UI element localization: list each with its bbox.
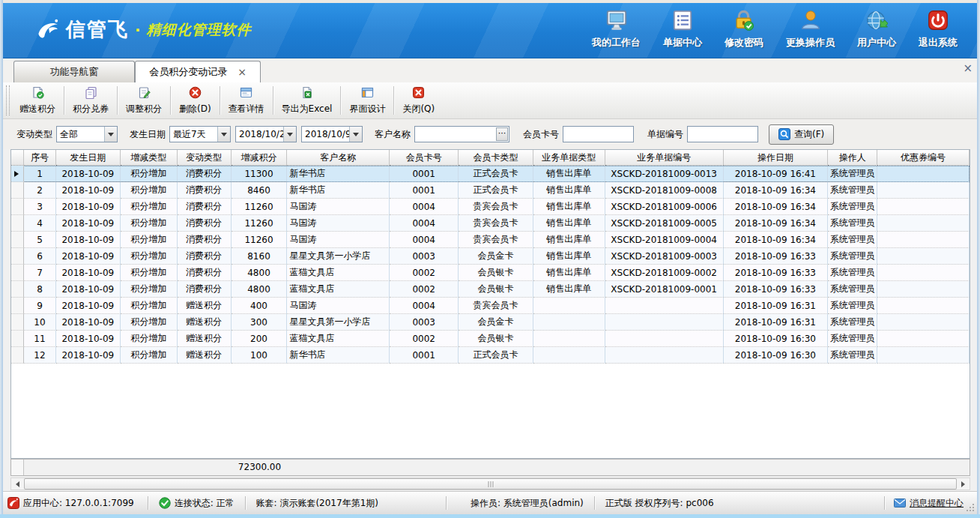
cell[interactable]: 0001	[390, 347, 459, 364]
cell[interactable]: 消费积分	[178, 232, 232, 248]
cell[interactable]: 贵宾会员卡	[459, 199, 533, 215]
cell[interactable]: 马国涛	[287, 215, 390, 232]
chevron-down-icon[interactable]	[349, 127, 362, 142]
toolbar-button-close-red[interactable]: 关闭(Q)	[395, 82, 442, 118]
cell[interactable]: XSCKD-20181009-0005	[605, 215, 724, 232]
customer-input[interactable]	[415, 127, 496, 141]
chevron-down-icon[interactable]	[283, 127, 296, 142]
cell[interactable]: 系统管理员	[828, 265, 877, 281]
cell[interactable]: 销售出库单	[533, 215, 605, 232]
cell[interactable]: 2018-10-09	[56, 199, 121, 215]
cell[interactable]: 会员金卡	[459, 248, 533, 265]
cell[interactable]: 系统管理员	[828, 314, 877, 331]
row-indicator-cell[interactable]	[11, 281, 24, 298]
cell[interactable]: 2018-10-09	[56, 298, 121, 314]
cell[interactable]	[877, 166, 970, 182]
row-indicator-cell[interactable]	[11, 347, 24, 364]
cell[interactable]: 11	[24, 331, 56, 347]
cell[interactable]: 8	[24, 281, 56, 298]
cell[interactable]	[533, 331, 605, 347]
query-button[interactable]: 查询(F)	[769, 124, 834, 145]
cell[interactable]: 系统管理员	[828, 331, 877, 347]
cell[interactable]: 积分增加	[121, 265, 178, 281]
cell[interactable]: 消费积分	[178, 166, 232, 182]
cell[interactable]	[877, 347, 970, 364]
cell[interactable]: 0004	[390, 232, 459, 248]
cell[interactable]: 2018-10-09 16:31	[724, 298, 829, 314]
cell[interactable]: 销售出库单	[533, 199, 605, 215]
cell[interactable]	[877, 248, 970, 265]
cell[interactable]: 11260	[232, 232, 288, 248]
cell[interactable]: 5	[24, 232, 56, 248]
cell[interactable]	[877, 182, 970, 199]
cell[interactable]: 蓝猫文具店	[287, 331, 390, 347]
cell[interactable]: 8460	[232, 182, 288, 199]
cell[interactable]: 消费积分	[178, 265, 232, 281]
cell[interactable]: 4800	[232, 281, 288, 298]
cell[interactable]: 0002	[390, 281, 459, 298]
cell[interactable]	[877, 232, 970, 248]
cell[interactable]: 蓝猫文具店	[287, 265, 390, 281]
cell[interactable]: 销售出库单	[533, 248, 605, 265]
cell[interactable]: 11260	[232, 215, 288, 232]
cell[interactable]: 贵宾会员卡	[459, 232, 533, 248]
cell[interactable]: 消费积分	[178, 215, 232, 232]
cell[interactable]: 星星文具第一小学店	[287, 248, 390, 265]
doc-no-input[interactable]	[687, 126, 758, 142]
cell[interactable]: 积分增加	[121, 199, 178, 215]
date-from-picker[interactable]: 2018/10/2	[235, 126, 297, 142]
cell[interactable]: 0004	[390, 215, 459, 232]
cell[interactable]: 300	[232, 314, 288, 331]
banner-nav-document-center[interactable]: 单据中心	[663, 9, 702, 49]
cell[interactable]: 2018-10-09 16:30	[724, 331, 829, 347]
cell[interactable]: 6	[24, 248, 56, 265]
cell[interactable]: 11260	[232, 199, 288, 215]
cell[interactable]: 马国涛	[287, 232, 390, 248]
cell[interactable]	[605, 314, 724, 331]
row-indicator-cell[interactable]	[11, 232, 24, 248]
column-header[interactable]: 序号	[24, 150, 56, 166]
column-header[interactable]: 会员卡号	[390, 150, 459, 166]
cell[interactable]: XSCKD-20181009-0013	[605, 166, 724, 182]
row-indicator-cell[interactable]	[11, 248, 24, 265]
cell[interactable]: 系统管理员	[828, 215, 877, 232]
cell[interactable]: 200	[232, 331, 288, 347]
cell[interactable]: 积分增加	[121, 314, 178, 331]
cell[interactable]	[605, 347, 724, 364]
cell[interactable]: 11300	[232, 166, 288, 182]
cell[interactable]: 0002	[390, 265, 459, 281]
cell[interactable]: 会员金卡	[459, 314, 533, 331]
cell[interactable]: 赠送积分	[178, 314, 232, 331]
cell[interactable]: 新华书店	[287, 182, 390, 199]
row-indicator-cell[interactable]	[11, 314, 24, 331]
cell[interactable]: 1	[24, 166, 56, 182]
date-to-picker[interactable]: 2018/10/9	[301, 126, 363, 142]
cell[interactable]: 积分增加	[121, 182, 178, 199]
column-header[interactable]: 发生日期	[56, 150, 121, 166]
cell[interactable]: 赠送积分	[178, 298, 232, 314]
cell[interactable]: 2018-10-09	[56, 182, 121, 199]
cell[interactable]: XSCKD-20181009-0001	[605, 281, 724, 298]
cell[interactable]	[877, 314, 970, 331]
cell[interactable]: 10	[24, 314, 56, 331]
column-header[interactable]: 增减类型	[121, 150, 178, 166]
column-header[interactable]: 客户名称	[287, 150, 390, 166]
cell[interactable]: XSCKD-20181009-0003	[605, 248, 724, 265]
toolbar-button-adjust-points[interactable]: 调整积分	[118, 82, 169, 118]
column-header[interactable]: 业务单据类型	[533, 150, 605, 166]
cell[interactable]: 2018-10-09 16:41	[724, 166, 829, 182]
cell[interactable]: 正式会员卡	[459, 166, 533, 182]
cell[interactable]: 4	[24, 215, 56, 232]
cell[interactable]: 2018-10-09 16:33	[724, 248, 829, 265]
table-row[interactable]: 122018-10-09积分增加赠送积分100新华书店0001正式会员卡2018…	[11, 347, 970, 364]
cell[interactable]: XSCKD-20181009-0002	[605, 265, 724, 281]
column-header[interactable]: 操作人	[828, 150, 877, 166]
cell[interactable]: 积分增加	[121, 166, 178, 182]
row-indicator-cell[interactable]	[11, 331, 24, 347]
chevron-down-icon[interactable]	[104, 127, 117, 142]
cell[interactable]: 2018-10-09	[56, 314, 121, 331]
row-indicator-cell[interactable]	[11, 182, 24, 199]
cell[interactable]: 2018-10-09 16:33	[724, 265, 829, 281]
cell[interactable]	[877, 199, 970, 215]
banner-nav-monitor[interactable]: 我的工作台	[592, 9, 641, 49]
